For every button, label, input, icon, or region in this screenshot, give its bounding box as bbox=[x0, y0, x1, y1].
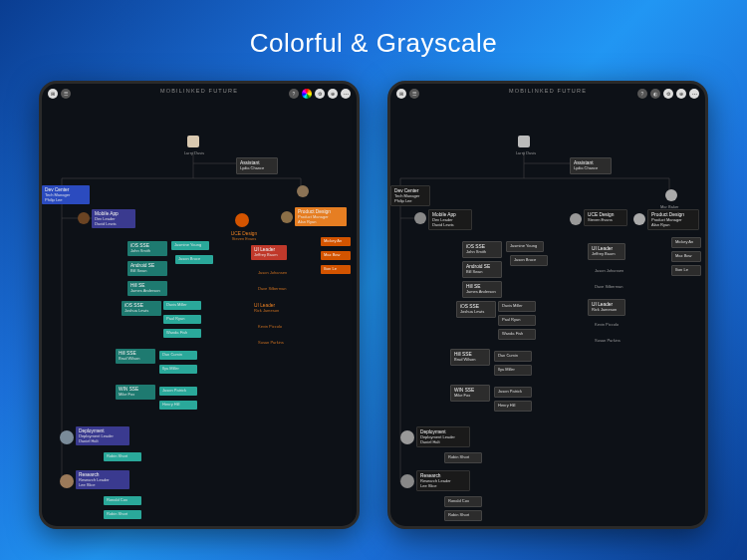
dev-node[interactable]: Hill SEJames Anderson bbox=[127, 281, 167, 296]
dev-name-node[interactable]: Henry Hill bbox=[159, 401, 197, 410]
dev-name-node[interactable]: Davis Miller bbox=[498, 301, 536, 312]
dev-name-node[interactable]: Wanda Fish bbox=[163, 329, 201, 338]
dev-center-node[interactable]: Dev Center Tech Manager Philip Lee bbox=[390, 185, 430, 206]
dev-node[interactable]: iOS SSEJohn Smith bbox=[462, 241, 502, 258]
design-node[interactable]: UI LeaderRick Jameson bbox=[588, 299, 625, 316]
assistant-node[interactable]: Assistant Lydia Chance bbox=[236, 157, 278, 174]
dev-name-node[interactable]: Ilya Miller bbox=[159, 365, 197, 374]
design-node[interactable]: Jason Johansen bbox=[255, 269, 290, 278]
res-sub-node[interactable]: Robin Short bbox=[444, 510, 482, 521]
deployment-node[interactable]: Deployment Deployment Leader Daniel Halt bbox=[76, 426, 129, 445]
dev-name-node[interactable]: Ilya Miller bbox=[494, 365, 532, 376]
research-node[interactable]: Research Research Leader Lee Slice bbox=[416, 470, 470, 491]
tablet-grayscale: MOBILINKED FUTURE ⊞ ☰ ? ◐ ⚙ ⊕ ⋯ bbox=[387, 81, 708, 529]
dev-node[interactable]: WIN SSEMike Fox bbox=[450, 385, 490, 402]
design-node[interactable]: Susan Parkins bbox=[255, 339, 287, 348]
dev-node[interactable]: Hill SSEBrad Wilson bbox=[450, 349, 490, 366]
uce-design-node[interactable]: UCE Design Steven Evans bbox=[584, 209, 627, 226]
toolbar: ⊞ ☰ ? ◐ ⚙ ⊕ ⋯ bbox=[390, 84, 705, 104]
avatar bbox=[187, 136, 199, 147]
res-sub-node[interactable]: Robin Short bbox=[104, 510, 141, 519]
avatar bbox=[665, 189, 677, 201]
app-title: MOBILINKED FUTURE bbox=[390, 88, 705, 94]
deployment-node[interactable]: Deployment Deployment Leader Daniel Halt bbox=[416, 426, 470, 447]
design-node[interactable]: Dave Silberman bbox=[592, 283, 625, 292]
avatar bbox=[60, 474, 74, 488]
dep-sub-node[interactable]: Robin Short bbox=[104, 452, 141, 461]
design-node[interactable]: UI LeaderJeffrey Baum bbox=[588, 243, 625, 260]
product-design-node[interactable]: Product Design Product Manager Alan Ryan bbox=[647, 209, 699, 230]
dev-name-node[interactable]: Jason Patrick bbox=[159, 387, 197, 396]
res-sub-node[interactable]: Ronald Cox bbox=[444, 496, 482, 507]
avatar bbox=[414, 212, 426, 224]
res-sub-node[interactable]: Ronald Cox bbox=[104, 496, 141, 505]
dev-name-node[interactable]: Davis Miller bbox=[163, 301, 201, 310]
avatar bbox=[281, 211, 293, 223]
dev-name-node[interactable]: Jason Bruce bbox=[175, 255, 213, 264]
dev-node[interactable]: iOS SSEJohn Smith bbox=[127, 241, 167, 256]
product-design-node[interactable]: Product Design Product Manager Alan Ryan bbox=[295, 207, 347, 226]
prod-node[interactable]: Ilion Le bbox=[671, 265, 701, 276]
avatar bbox=[400, 430, 414, 444]
avatar bbox=[400, 474, 414, 488]
dev-node[interactable]: iOS SSEJoshua Lewis bbox=[456, 301, 496, 318]
root-name[interactable]: Larry Davis bbox=[508, 149, 544, 158]
dev-name-node[interactable]: Paul Ryan bbox=[163, 315, 201, 324]
design-node[interactable]: Susan Parkins bbox=[592, 337, 623, 346]
mobile-app-node[interactable]: Mobile App Dev Leader David Lewis bbox=[92, 209, 135, 228]
dev-node[interactable]: iOS SSEJoshua Lewis bbox=[122, 301, 161, 316]
org-canvas-grayscale[interactable]: Larry Davis Assistant Lydia Chance Dev C… bbox=[390, 104, 705, 526]
avatar bbox=[235, 213, 249, 227]
uce-design-node[interactable]: UCE Design Steven Evans bbox=[227, 229, 261, 244]
toolbar: ⊞ ☰ ? ⚙ ⊕ ⋯ bbox=[42, 84, 357, 104]
design-node[interactable]: UI LeaderRick Jameson bbox=[251, 301, 282, 316]
prod-node[interactable]: Max Bow bbox=[671, 251, 701, 262]
page-title: Colorful & Grayscale bbox=[0, 0, 747, 59]
research-node[interactable]: Research Research Leader Lee Slice bbox=[76, 470, 129, 489]
dev-name-node[interactable]: Jasmine Young bbox=[171, 241, 209, 250]
avatar bbox=[60, 430, 74, 444]
prod-node[interactable]: Mickey An bbox=[671, 237, 701, 248]
dev-name-node[interactable]: Jasmine Young bbox=[506, 241, 544, 252]
dev-node[interactable]: Hill SEJames Anderson bbox=[462, 281, 502, 298]
mobile-app-node[interactable]: Mobile App Dev Leader David Lewis bbox=[428, 209, 472, 230]
design-node[interactable]: Kevin Piccolo bbox=[592, 321, 622, 330]
prod-node[interactable]: Ilion Le bbox=[321, 265, 351, 274]
org-canvas-colorful[interactable]: Larry Davis Assistant Lydia Chance Dev C… bbox=[42, 104, 357, 526]
design-node[interactable]: UI LeaderJeffrey Baum bbox=[251, 245, 287, 260]
avatar bbox=[518, 136, 530, 147]
dev-node[interactable]: Hill SSEBrad Wilson bbox=[116, 349, 155, 364]
dev-center-node[interactable]: Dev Center Tech Manager Philip Lee bbox=[42, 185, 90, 204]
tablets-row: MOBILINKED FUTURE ⊞ ☰ ? ⚙ ⊕ ⋯ bbox=[0, 81, 747, 529]
tablet-colorful: MOBILINKED FUTURE ⊞ ☰ ? ⚙ ⊕ ⋯ bbox=[39, 81, 360, 529]
avatar bbox=[570, 213, 582, 225]
app-title: MOBILINKED FUTURE bbox=[42, 88, 357, 94]
dev-name-node[interactable]: Henry Hill bbox=[494, 401, 532, 412]
dev-node[interactable]: Android SEBill Swan bbox=[462, 261, 502, 278]
design-node[interactable]: Jason Johansen bbox=[592, 267, 626, 276]
design-node[interactable]: Dave Silberman bbox=[255, 285, 289, 294]
avatar bbox=[78, 212, 90, 224]
dep-sub-node[interactable]: Robin Short bbox=[444, 452, 482, 463]
dev-name-node[interactable]: Dan Cumin bbox=[159, 351, 197, 360]
avatar bbox=[297, 185, 309, 197]
dev-node[interactable]: WIN SSEMike Fox bbox=[116, 385, 155, 400]
assistant-node[interactable]: Assistant Lydia Chance bbox=[570, 157, 612, 174]
dev-name-node[interactable]: Jason Bruce bbox=[510, 255, 548, 266]
prod-node[interactable]: Mickey An bbox=[321, 237, 351, 246]
dev-name-node[interactable]: Wanda Fish bbox=[498, 329, 536, 340]
dev-name-node[interactable]: Dan Cumin bbox=[494, 351, 532, 362]
dev-node[interactable]: Android SEBill Swan bbox=[127, 261, 167, 276]
design-node[interactable]: Kevin Piccolo bbox=[255, 323, 285, 332]
dev-name-node[interactable]: Paul Ryan bbox=[498, 315, 536, 326]
dev-name-node[interactable]: Jason Patrick bbox=[494, 387, 532, 398]
root-name[interactable]: Larry Davis bbox=[179, 149, 209, 158]
prod-node[interactable]: Max Bow bbox=[321, 251, 351, 260]
avatar bbox=[633, 213, 645, 225]
